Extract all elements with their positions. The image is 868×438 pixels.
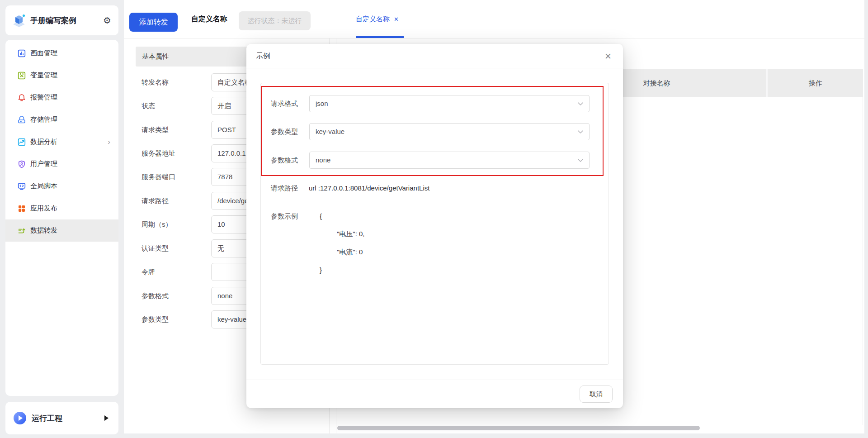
alarm-bell-icon: [18, 94, 26, 102]
param-example-brace-close: }: [320, 261, 322, 279]
table-right-border: [863, 69, 863, 425]
play-circle-icon: [14, 412, 26, 424]
chevron-right-icon: ›: [108, 138, 110, 146]
sidebar-logo-card: 手册编写案例 ⚙: [5, 5, 118, 35]
sidebar-item-2[interactable]: 变量管理: [5, 64, 118, 86]
form-field-label: 参数类型: [142, 310, 169, 328]
tab-label: 自定义名称: [356, 15, 390, 23]
dialog-select-label-2: 参数类型: [271, 123, 298, 141]
chevron-down-icon: [578, 130, 583, 134]
sidebar-menu: 画面管理变量管理报警管理存储管理数据分析›用户管理全局脚本应用发布数据转发: [5, 40, 118, 396]
sidebar-item-label: 报警管理: [30, 93, 118, 102]
param-example-label: 参数示例: [271, 207, 298, 225]
dialog-footer-divider: [246, 380, 623, 380]
sidebar-item-9[interactable]: 数据转发: [5, 219, 118, 242]
app-publish-icon: [18, 205, 26, 213]
app-window: 手册编写案例 ⚙ 画面管理变量管理报警管理存储管理数据分析›用户管理全局脚本应用…: [0, 0, 868, 438]
forward-name-text: 自定义名称: [191, 0, 227, 38]
form-field-label: 服务器地址: [142, 144, 175, 162]
play-triangle-icon: [104, 415, 108, 421]
run-status-badge: 运行状态：未运行: [239, 11, 311, 30]
screen-chart-icon: [18, 49, 26, 57]
horizontal-scrollbar-thumb[interactable]: [337, 426, 700, 430]
example-dialog: 示例 ✕ 请求格式json参数类型key-value参数格式none 请求路径 …: [246, 44, 623, 408]
data-forward-icon: [18, 227, 26, 235]
dialog-select-label-1: 请求格式: [271, 95, 298, 113]
dialog-select-2[interactable]: key-value: [309, 123, 590, 140]
sidebar-item-8[interactable]: 应用发布: [5, 197, 118, 219]
sidebar-item-label: 应用发布: [30, 204, 118, 213]
form-field-label: 服务器端口: [142, 168, 175, 186]
form-field-label: 参数格式: [142, 287, 169, 305]
form-field-label: 转发名称: [142, 73, 169, 91]
select-value: key-value: [316, 124, 344, 140]
dialog-header: 示例 ✕: [246, 44, 623, 68]
cancel-button[interactable]: 取消: [580, 386, 613, 403]
form-field-label: 状态: [142, 97, 155, 115]
form-field-label: 请求类型: [142, 121, 169, 139]
sidebar-item-label: 画面管理: [30, 49, 118, 57]
request-path-label: 请求路径: [271, 179, 298, 197]
sidebar-item-label: 数据转发: [30, 226, 118, 235]
sidebar-item-6[interactable]: 用户管理: [5, 153, 118, 175]
app-title: 手册编写案例: [30, 15, 103, 26]
param-example-line-voltage: "电压": 0,: [337, 225, 365, 243]
param-example-brace-open: {: [320, 207, 322, 225]
settings-gear-icon[interactable]: ⚙: [103, 15, 111, 26]
sidebar-item-4[interactable]: 存储管理: [5, 109, 118, 131]
sidebar-item-label: 全局脚本: [30, 182, 118, 190]
sidebar-item-1[interactable]: 画面管理: [5, 42, 118, 64]
sidebar-item-7[interactable]: 全局脚本: [5, 175, 118, 197]
add-forward-button[interactable]: 添加转发: [129, 13, 178, 32]
sidebar-item-label: 数据分析: [30, 138, 108, 146]
chevron-down-icon: [578, 159, 583, 162]
data-analysis-icon: [18, 138, 26, 146]
run-project-button[interactable]: 运行工程: [5, 402, 118, 434]
chevron-down-icon: [578, 102, 583, 106]
sidebar-item-label: 存储管理: [30, 115, 118, 124]
app-logo-cube-icon: [12, 13, 26, 28]
sidebar-item-3[interactable]: 报警管理: [5, 86, 118, 109]
form-field-label: 认证类型: [142, 239, 169, 257]
user-shield-icon: [18, 160, 26, 168]
sidebar-item-5[interactable]: 数据分析›: [5, 131, 118, 153]
form-field-label: 周期（s）: [142, 215, 172, 233]
form-field-label: 令牌: [142, 263, 155, 281]
table-column-divider: [767, 97, 767, 424]
dialog-close-icon[interactable]: ✕: [604, 44, 612, 68]
run-project-label: 运行工程: [32, 413, 104, 424]
table-header-actions: 操作: [768, 69, 863, 97]
param-example-line-current: "电流": 0: [337, 243, 363, 261]
request-path-value: url :127.0.0.1:8081/device/getVariantLis…: [309, 179, 429, 197]
tab-close-icon[interactable]: ✕: [394, 16, 399, 23]
dialog-select-3[interactable]: none: [309, 152, 590, 169]
dialog-select-label-3: 参数格式: [271, 151, 298, 169]
storage-icon: [18, 116, 26, 124]
select-value: json: [316, 95, 328, 112]
tab-custom-name[interactable]: 自定义名称✕: [344, 0, 415, 38]
select-value: none: [316, 152, 330, 168]
sidebar-item-label: 用户管理: [30, 160, 118, 168]
tab-active-underline: [356, 36, 404, 38]
global-script-icon: [18, 182, 26, 190]
form-field-label: 请求路径: [142, 192, 169, 210]
variable-icon: [18, 71, 26, 80]
dialog-title: 示例: [256, 44, 270, 68]
dialog-select-1[interactable]: json: [309, 95, 590, 112]
sidebar-item-label: 变量管理: [30, 71, 118, 80]
